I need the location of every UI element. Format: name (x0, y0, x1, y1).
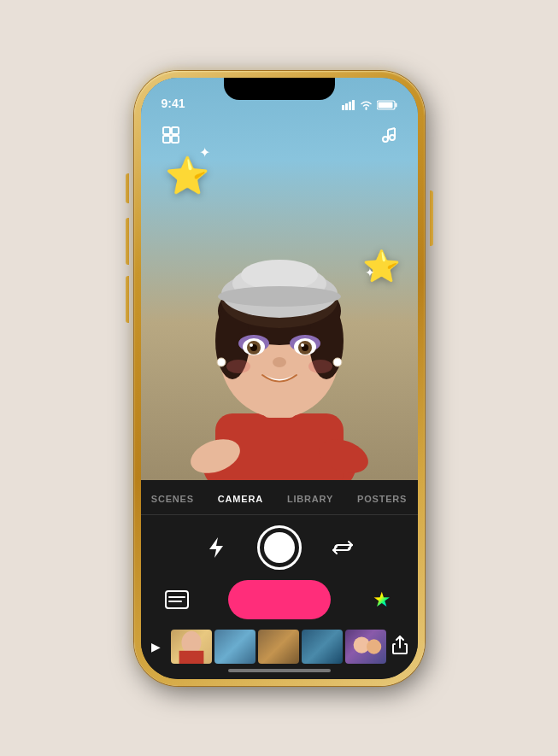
status-time: 9:41 (162, 97, 185, 110)
wifi-icon (360, 100, 373, 110)
svg-point-42 (333, 358, 342, 366)
power-button[interactable] (430, 190, 433, 246)
star-decoration-left: ⭐ (165, 155, 209, 196)
svg-point-27 (218, 286, 341, 307)
svg-point-48 (181, 631, 201, 654)
sparkle-decoration-2: ✦ (365, 266, 375, 279)
status-icons (342, 100, 397, 110)
phone-device: 9:41 (134, 71, 425, 686)
flash-button[interactable] (201, 532, 232, 563)
rainbow-star-icon: ★ (373, 588, 391, 612)
record-button[interactable] (257, 525, 302, 570)
home-indicator[interactable] (228, 669, 331, 672)
svg-rect-49 (179, 651, 203, 664)
volume-up-button[interactable] (126, 218, 129, 265)
svg-point-51 (366, 640, 380, 654)
effects-button[interactable]: ★ (367, 584, 397, 615)
tab-camera[interactable]: CAMERA (206, 490, 275, 507)
phone-screen: 9:41 (141, 78, 418, 679)
film-thumbnail-1[interactable] (171, 630, 212, 664)
svg-rect-9 (163, 136, 170, 143)
svg-point-37 (301, 343, 304, 347)
svg-rect-3 (352, 100, 355, 110)
subtitle-button[interactable] (162, 584, 192, 615)
tab-posters[interactable]: POSTERS (345, 490, 417, 507)
svg-rect-7 (163, 127, 170, 134)
filmstrip: ▶ (141, 626, 418, 671)
camera-top-bar (141, 120, 418, 149)
svg-rect-5 (395, 103, 396, 107)
tab-bar: SCENES CAMERA LIBRARY POSTERS (141, 480, 418, 515)
music-icon[interactable] (373, 120, 402, 149)
svg-rect-10 (172, 136, 179, 143)
play-button[interactable]: ▶ (151, 640, 165, 653)
battery-icon (377, 100, 397, 110)
svg-rect-6 (378, 102, 392, 108)
svg-point-36 (250, 343, 253, 347)
tab-library[interactable]: LIBRARY (275, 490, 345, 507)
share-button[interactable] (392, 636, 408, 658)
svg-rect-0 (342, 105, 344, 110)
svg-rect-8 (172, 127, 179, 134)
volume-down-button[interactable] (126, 276, 129, 323)
svg-point-41 (217, 358, 226, 366)
svg-rect-45 (166, 591, 188, 608)
controls-area: SCENES CAMERA LIBRARY POSTERS (141, 480, 418, 678)
action-row: ★ (141, 577, 418, 626)
mute-switch[interactable] (126, 173, 129, 203)
notch (224, 78, 335, 100)
record-bar-button[interactable] (228, 580, 331, 619)
svg-point-38 (273, 357, 286, 367)
memoji-character (168, 208, 391, 486)
tab-scenes[interactable]: SCENES (141, 490, 206, 507)
svg-point-40 (308, 360, 332, 373)
svg-point-39 (226, 360, 250, 373)
sticker-icon[interactable] (156, 120, 185, 149)
svg-rect-2 (349, 102, 351, 110)
film-thumbnail-3[interactable] (258, 630, 299, 664)
svg-line-15 (388, 128, 395, 130)
camera-view: ⭐ ✦ ⭐ ✦ (141, 78, 418, 487)
svg-point-26 (241, 260, 318, 290)
svg-rect-1 (345, 103, 348, 110)
film-thumbnail-5[interactable] (345, 630, 386, 664)
film-thumbnail-4[interactable] (302, 630, 343, 664)
record-dot (264, 532, 295, 563)
camera-controls-row (141, 515, 418, 577)
flip-camera-button[interactable] (327, 532, 358, 563)
signal-icon (342, 100, 355, 110)
film-thumbnail-2[interactable] (214, 630, 256, 664)
